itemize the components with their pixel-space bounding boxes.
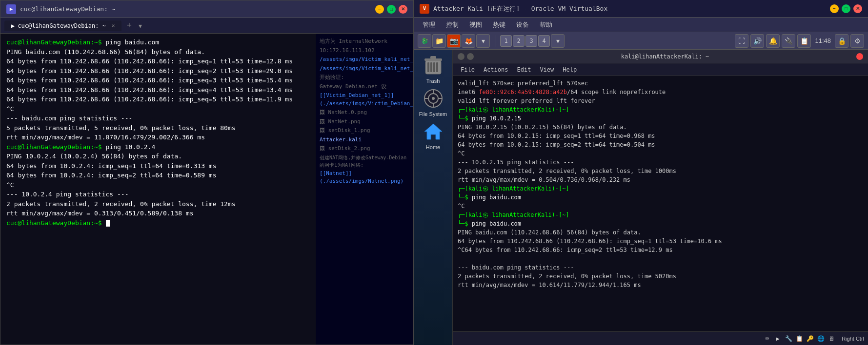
virtualbox-window: V Attacker-Kali [正在运行] - Oracle VM Virtu… [414, 0, 868, 345]
status-icon-6: 🌐 [816, 334, 825, 343]
kali-line: 64 bytes from 10.0.2.15: icmp_seq=1 ttl=… [458, 132, 863, 140]
toolbar-notify-btn[interactable]: 🔔 [766, 34, 780, 48]
page-2[interactable]: 2 [513, 35, 525, 47]
kali-line: ^C [458, 202, 863, 211]
status-icon-2: ▶ [773, 334, 782, 343]
tab-close-icon[interactable]: ✕ [112, 22, 115, 29]
kali-menu-view[interactable]: View [536, 65, 558, 74]
page-3[interactable]: 3 [525, 35, 537, 47]
toolbar-group-1: 🐉 📁 📷 🦊 ▾ [418, 34, 490, 48]
menu-help[interactable]: 帮助 [535, 19, 557, 31]
kali-min-btn[interactable] [467, 53, 474, 60]
left-terminal-window: ▶ cuc@lihanGatewayDebian: ~ − □ ✕ ▶ cuc@… [0, 0, 414, 345]
terminal-icon: ▶ [6, 4, 16, 14]
svg-rect-2 [430, 62, 432, 72]
svg-rect-1 [427, 62, 429, 72]
toolbar-btn-firefox[interactable]: 🦊 [462, 34, 475, 48]
tab-dropdown-button[interactable]: ▾ [137, 22, 144, 30]
kali-close-red-btn[interactable] [856, 53, 863, 60]
kali-close-btn[interactable] [458, 53, 464, 60]
overlay-line: Attacker-kali [320, 136, 409, 144]
kali-term-title-controls [458, 53, 474, 60]
kali-line: valid_lft forever preferred_lft forever [458, 96, 863, 105]
toolbar-shared-btn[interactable]: 📋 [797, 34, 811, 48]
kali-line: PING baidu.com (110.242.68.66) 56(84) by… [458, 228, 863, 237]
toolbar-btn-dropdown[interactable]: ▾ [476, 34, 490, 48]
filesystem-icon-desktop[interactable]: File System [419, 88, 448, 117]
kali-term-titlebar: kali@lihanAttackerKali: ~ [453, 50, 868, 63]
tab-bar: ▶ cuc@lihanGatewayDebian: ~ ✕ + ▾ [0, 18, 413, 34]
toolbar-right: ⛶ 🔊 🔔 🔌 📋 11:48 🔒 ⚙ [735, 34, 864, 48]
toolbar-settings-btn[interactable]: ⚙ [850, 34, 864, 48]
kali-line: ┌─(kali㉿ lihanAttackerKali)-[~] [458, 184, 863, 193]
toolbar-lock-btn[interactable]: 🔒 [835, 34, 848, 48]
kali-line: 64 bytes from 110.242.68.66 (110.242.68.… [458, 237, 863, 246]
kali-menu-edit[interactable]: Edit [513, 65, 535, 74]
status-icon-1: ⌨ [763, 334, 771, 343]
menu-manage[interactable]: 管理 [418, 19, 440, 31]
kali-line [458, 254, 863, 263]
menu-control[interactable]: 控制 [441, 19, 464, 31]
kali-term-body[interactable]: valid_lft 570sec preferred_lft 570sec in… [453, 76, 868, 331]
toolbar-usb-btn[interactable]: 🔌 [782, 34, 795, 48]
minimize-button[interactable]: − [375, 5, 384, 14]
vbox-maximize-button[interactable]: □ [842, 4, 850, 13]
kali-line: 2 packets transmitted, 2 received, 0% pa… [458, 272, 863, 281]
new-tab-button[interactable]: + [123, 20, 135, 31]
overlay-line: 创建NAT网络,并修改Gateway-Debian的网卡1为NAT网络: [320, 154, 409, 169]
maximize-button[interactable]: □ [387, 5, 396, 14]
toolbar-btn-folder[interactable]: 📁 [432, 34, 446, 48]
toolbar-fullscreen-btn[interactable]: ⛶ [735, 34, 748, 48]
vbox-window-controls: − □ ✕ [830, 4, 862, 13]
toolbar-time: 11:48 [815, 37, 831, 44]
kali-line: PING 10.0.2.15 (10.0.2.15) 56(84) bytes … [458, 123, 863, 132]
trash-icon-desktop[interactable]: Trash [419, 55, 448, 84]
vbox-window-title: Attacker-Kali [正在运行] - Oracle VM Virtual… [433, 4, 826, 13]
menu-hotkey[interactable]: 热键 [488, 19, 510, 31]
kali-line: └─$ ping baidu.com [458, 219, 863, 228]
tab-icon: ▶ [11, 22, 15, 29]
status-icon-4: 📋 [795, 334, 804, 343]
kali-menu-file[interactable]: File [457, 65, 479, 74]
right-ctrl-label: Right Ctrl [842, 336, 864, 342]
trash-label: Trash [426, 78, 440, 84]
home-icon [423, 121, 444, 142]
overlay-line: 🖼 setDisk_2.png [320, 145, 409, 153]
menu-devices[interactable]: 设备 [511, 19, 534, 31]
kali-menu-actions[interactable]: Actions [480, 65, 512, 74]
vbox-toolbar: 🐉 📁 📷 🦊 ▾ 1 2 3 4 ▾ ⛶ 🔊 🔔 🔌 📋 11:48 🔒 ⚙ [414, 32, 868, 50]
toolbar-audio-btn[interactable]: 🔊 [750, 34, 764, 48]
toolbar-btn-red[interactable]: 📷 [447, 34, 461, 48]
close-button[interactable]: ✕ [399, 5, 407, 14]
overlay-line: [[Victim_Debian_net_1]](./assets/imgs/Vi… [320, 92, 409, 108]
page-1[interactable]: 1 [500, 35, 512, 47]
vbox-app-icon: V [420, 4, 429, 14]
page-dropdown-button[interactable]: ▾ [551, 34, 565, 48]
kali-term-title-text: kali@lihanAttackerKali: ~ [478, 53, 852, 60]
active-tab[interactable]: ▶ cuc@lihanGatewayDebian: ~ ✕ [4, 20, 121, 31]
status-icon-5: 🔑 [806, 334, 814, 343]
kali-line: valid_lft 570sec preferred_lft 570sec [458, 79, 863, 88]
kali-desktop-sidebar: Trash File System [414, 50, 453, 345]
vbox-minimize-button[interactable]: − [830, 4, 839, 13]
svg-rect-4 [436, 62, 438, 72]
home-label: Home [426, 144, 440, 150]
kali-line: --- baidu.com ping statistics --- [458, 263, 863, 272]
vbox-close-button[interactable]: ✕ [853, 4, 862, 13]
document-overlay: 地方为 InternalNetwork 10:172.16.111.102 /a… [316, 34, 413, 345]
overlay-line: /assets/imgs/Victim_kali_net_1 [320, 56, 409, 64]
menu-view[interactable]: 视图 [464, 19, 487, 31]
kali-term-menu: File Actions Edit View Help [453, 63, 868, 76]
vbox-titlebar: V Attacker-Kali [正在运行] - Oracle VM Virtu… [414, 0, 868, 18]
home-icon-desktop[interactable]: Home [419, 121, 448, 150]
left-titlebar: ▶ cuc@lihanGatewayDebian: ~ − □ ✕ [0, 0, 413, 18]
left-window-title: cuc@lihanGatewayDebian: ~ [20, 5, 371, 13]
page-4[interactable]: 4 [538, 35, 550, 47]
overlay-line: 🖼 NatNet.0.png [320, 109, 409, 117]
left-terminal-body[interactable]: cuc@lihanGatewayDebian:~$ ping baidu.com… [0, 34, 413, 345]
kali-menu-help[interactable]: Help [559, 65, 581, 74]
toolbar-btn-kali-icon[interactable]: 🐉 [418, 34, 431, 48]
kali-line: ┌─(kali㉿ lihanAttackerKali)-[~] [458, 105, 863, 114]
vm-main-area: Trash File System [414, 50, 868, 345]
window-controls: − □ ✕ [375, 5, 407, 14]
